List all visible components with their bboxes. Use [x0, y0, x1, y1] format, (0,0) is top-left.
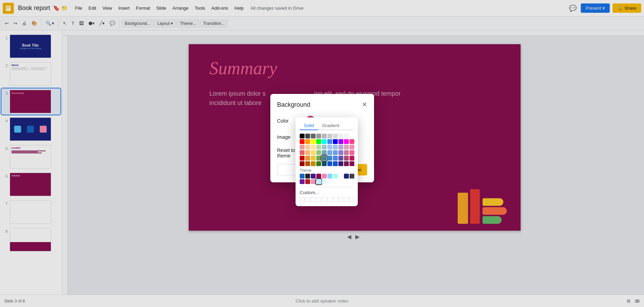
- theme-color-cell-3[interactable]: [316, 174, 321, 179]
- std-color-cell-29[interactable]: [349, 145, 354, 150]
- std-color-cell-28[interactable]: [344, 145, 349, 150]
- std-color-cell-43[interactable]: [316, 156, 321, 161]
- std-color-cell-0[interactable]: [300, 134, 305, 138]
- std-color-cell-53[interactable]: [316, 161, 321, 166]
- tab-solid[interactable]: Solid: [300, 122, 318, 130]
- theme-color-cell-4[interactable]: [322, 174, 327, 179]
- std-color-cell-8[interactable]: [344, 134, 349, 138]
- custom-color-cell-6[interactable]: [333, 197, 338, 202]
- std-color-cell-14[interactable]: [322, 139, 327, 144]
- std-color-cell-16[interactable]: [333, 139, 338, 144]
- color-picker-popup: Solid Gradient Theme Custom...: [296, 117, 358, 206]
- std-color-cell-38[interactable]: [344, 150, 349, 155]
- custom-color-cell-4[interactable]: [322, 197, 327, 202]
- std-color-cell-50[interactable]: [300, 161, 305, 166]
- std-color-cell-3[interactable]: [316, 134, 321, 138]
- std-color-cell-56[interactable]: [333, 161, 338, 166]
- standard-color-grid: [300, 134, 354, 166]
- std-color-cell-48[interactable]: [344, 156, 349, 161]
- std-color-cell-4[interactable]: [322, 134, 327, 138]
- theme-color-grid: [300, 174, 354, 184]
- std-color-cell-5[interactable]: [327, 134, 332, 138]
- std-color-cell-27[interactable]: [338, 145, 343, 150]
- custom-color-cell-9[interactable]: [349, 197, 354, 202]
- theme-color-cell-9[interactable]: [349, 174, 354, 179]
- std-color-cell-44[interactable]: [322, 156, 327, 161]
- std-color-cell-19[interactable]: [349, 139, 354, 144]
- std-color-cell-18[interactable]: [344, 139, 349, 144]
- std-color-cell-31[interactable]: [305, 150, 310, 155]
- theme-color-cell-15[interactable]: [327, 179, 332, 184]
- std-color-cell-12[interactable]: [311, 139, 316, 144]
- theme-color-cell-0[interactable]: [300, 174, 305, 179]
- std-color-cell-55[interactable]: [327, 161, 332, 166]
- std-color-cell-1[interactable]: [305, 134, 310, 138]
- theme-color-cell-7[interactable]: [338, 174, 343, 179]
- std-color-cell-36[interactable]: [333, 150, 338, 155]
- std-color-cell-40[interactable]: [300, 156, 305, 161]
- custom-color-cell-3[interactable]: [316, 197, 321, 202]
- dialog-close-button[interactable]: ✕: [362, 101, 367, 108]
- std-color-cell-39[interactable]: [349, 150, 354, 155]
- dialog-title: Background: [277, 101, 310, 108]
- theme-color-cell-11[interactable]: [305, 179, 310, 184]
- std-color-cell-54[interactable]: [322, 161, 327, 166]
- std-color-cell-13[interactable]: [316, 139, 321, 144]
- std-color-cell-2[interactable]: [311, 134, 316, 138]
- std-color-cell-21[interactable]: [305, 145, 310, 150]
- std-color-cell-58[interactable]: [344, 161, 349, 166]
- std-color-cell-45[interactable]: [327, 156, 332, 161]
- std-color-cell-59[interactable]: [349, 161, 354, 166]
- std-color-cell-57[interactable]: [338, 161, 343, 166]
- std-color-cell-49[interactable]: [349, 156, 354, 161]
- std-color-cell-25[interactable]: [327, 145, 332, 150]
- custom-color-grid: [300, 197, 354, 202]
- custom-color-cell-5[interactable]: [327, 197, 332, 202]
- theme-color-cell-14[interactable]: [322, 179, 327, 184]
- std-color-cell-34[interactable]: [322, 150, 327, 155]
- std-color-cell-24[interactable]: [322, 145, 327, 150]
- std-color-cell-52[interactable]: [311, 161, 316, 166]
- std-color-cell-11[interactable]: [305, 139, 310, 144]
- custom-label[interactable]: Custom...: [300, 190, 354, 195]
- std-color-cell-15[interactable]: [327, 139, 332, 144]
- custom-color-cell-0[interactable]: [300, 197, 305, 202]
- theme-section-label: Theme: [300, 168, 354, 172]
- tab-gradient[interactable]: Gradient: [318, 122, 344, 130]
- custom-color-cell-2[interactable]: [311, 197, 316, 202]
- theme-color-cell-8[interactable]: [344, 174, 349, 179]
- std-color-cell-9[interactable]: [349, 134, 354, 138]
- picker-tabs: Solid Gradient: [300, 122, 354, 130]
- std-color-cell-17[interactable]: [338, 139, 343, 144]
- theme-color-cell-12[interactable]: [311, 179, 316, 184]
- std-color-cell-10[interactable]: [300, 139, 305, 144]
- std-color-cell-37[interactable]: [338, 150, 343, 155]
- std-color-cell-42[interactable]: [311, 156, 316, 161]
- custom-color-cell-7[interactable]: [338, 197, 343, 202]
- theme-color-cell-1[interactable]: [305, 174, 310, 179]
- std-color-cell-32[interactable]: [311, 150, 316, 155]
- std-color-cell-22[interactable]: [311, 145, 316, 150]
- std-color-cell-20[interactable]: [300, 145, 305, 150]
- custom-color-cell-8[interactable]: [344, 197, 349, 202]
- theme-color-cell-10[interactable]: [300, 179, 305, 184]
- theme-color-cell-5[interactable]: [327, 174, 332, 179]
- std-color-cell-41[interactable]: [305, 156, 310, 161]
- std-color-cell-46[interactable]: [333, 156, 338, 161]
- std-color-cell-26[interactable]: [333, 145, 338, 150]
- std-color-cell-47[interactable]: [338, 156, 343, 161]
- theme-color-cell-2[interactable]: [311, 174, 316, 179]
- std-color-cell-35[interactable]: [327, 150, 332, 155]
- theme-color-cell-6[interactable]: [333, 174, 338, 179]
- custom-color-cell-1[interactable]: [305, 197, 310, 202]
- std-color-cell-7[interactable]: [338, 134, 343, 138]
- dialog-header: Background ✕: [277, 101, 367, 108]
- custom-section: Custom...: [300, 187, 354, 202]
- std-color-cell-30[interactable]: [300, 150, 305, 155]
- std-color-cell-6[interactable]: [333, 134, 338, 138]
- std-color-cell-33[interactable]: [316, 150, 321, 155]
- theme-color-cell-13[interactable]: [316, 179, 321, 184]
- std-color-cell-23[interactable]: [316, 145, 321, 150]
- std-color-cell-51[interactable]: [305, 161, 310, 166]
